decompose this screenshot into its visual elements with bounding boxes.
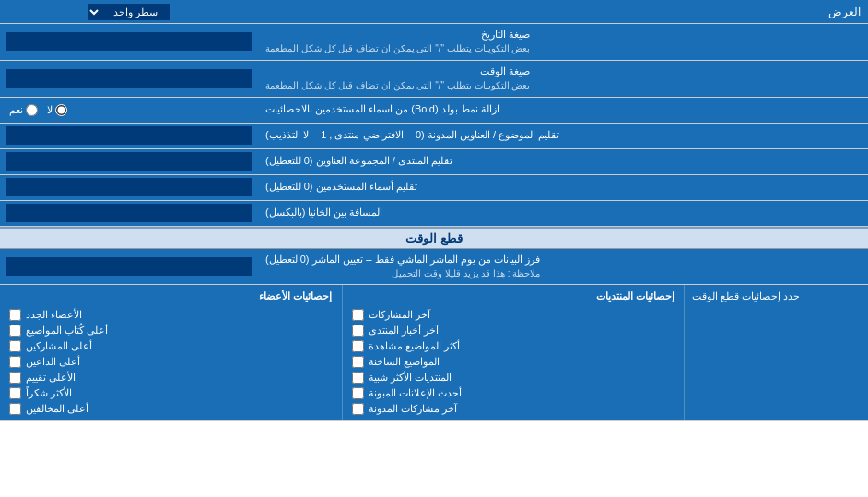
spacing-input-cell: 2 [0,201,258,226]
stats-blog-posts-checkbox[interactable] [352,403,364,415]
stats-top-violators-label: أعلى المخالفين [26,403,88,415]
stats-similar-forums-item: المنتديات الأكثر شبية [352,372,675,384]
stats-forums-header: إحصائيات المنتديات [352,290,675,302]
stats-last-posts-label: آخر المشاركات [369,309,430,321]
stats-latest-ads-checkbox[interactable] [352,387,364,399]
display-label: العرض [258,3,868,21]
cutoff-input[interactable]: 0 [6,257,252,276]
stats-hot-topics-label: المواضيع الساخنة [369,356,440,368]
time-format-input[interactable]: H:i [6,69,252,88]
stats-forum-news-checkbox[interactable] [352,325,364,337]
stats-section: حدد إحصائيات قطع الوقت إحصائيات المنتديا… [0,285,868,421]
stats-hot-topics-checkbox[interactable] [352,356,364,368]
stats-last-posts-item: آخر المشاركات [352,309,675,321]
time-format-input-cell: H:i [0,61,258,97]
stats-top-inviters-item: أعلى الداعين [9,356,333,368]
bold-label: ازالة نمط بولد (Bold) من اسماء المستخدمي… [258,98,868,123]
stats-blog-posts-label: آخر مشاركات المدونة [369,403,457,415]
stats-members-header: إحصائيات الأعضاء [9,290,333,302]
trim-title-row: تقليم الموضوع / العناوين المدونة (0 -- ا… [0,124,868,149]
cutoff-row: فرز البيانات من يوم الماشر الماشي فقط --… [0,249,868,286]
bold-no-radio[interactable] [55,104,67,116]
stats-latest-ads-item: أحدث الإعلانات المبونة [352,387,675,399]
cutoff-section-header: قطع الوقت [0,227,868,249]
trim-title-input[interactable]: 33 [6,126,252,145]
trim-username-input-cell: 0 [0,175,258,200]
stats-last-posts-checkbox[interactable] [352,309,364,321]
date-format-label: صيغة التاريخبعض التكوينات يتطلب "/" التي… [258,24,868,60]
stats-most-thanks-item: الأكثر شكراً [9,387,333,399]
stats-new-members-checkbox[interactable] [9,309,21,321]
stats-members-col: إحصائيات الأعضاء الأعضاء الجدد أعلى كُتا… [0,285,342,420]
trim-username-label: تقليم أسماء المستخدمين (0 للتعطيل) [258,175,868,200]
trim-username-input[interactable]: 0 [6,178,252,196]
date-format-row: صيغة التاريخبعض التكوينات يتطلب "/" التي… [0,24,868,61]
stats-top-posters-item: أعلى كُتاب المواصيع [9,325,333,337]
trim-forum-input-cell: 33 [0,149,258,174]
stats-forum-news-item: آخر أخبار المنتدى [352,325,675,337]
stats-top-inviters-label: أعلى الداعين [26,356,80,368]
cutoff-input-cell: 0 [0,249,258,285]
stats-section-label: حدد إحصائيات قطع الوقت [684,285,868,420]
date-format-input-cell: d-m [0,24,258,60]
stats-most-thanks-checkbox[interactable] [9,387,21,399]
stats-forums-col: إحصائيات المنتديات آخر المشاركات آخر أخب… [342,285,685,420]
spacing-input[interactable]: 2 [6,204,252,222]
time-format-row: صيغة الوقتبعض التكوينات يتطلب "/" التي ي… [0,61,868,98]
trim-title-input-cell: 33 [0,124,258,148]
stats-new-members-item: الأعضاء الجدد [9,309,333,321]
trim-title-label: تقليم الموضوع / العناوين المدونة (0 -- ا… [258,124,868,148]
trim-forum-input[interactable]: 33 [6,152,252,171]
cutoff-section-title: قطع الوقت [0,229,868,248]
stats-top-inviters-checkbox[interactable] [9,356,21,368]
stats-new-members-label: الأعضاء الجدد [26,309,82,321]
display-select[interactable]: سطر واحد سطرين ثلاثة أسطر [88,4,170,20]
stats-latest-ads-label: أحدث الإعلانات المبونة [369,387,462,399]
stats-top-rated-item: الأعلى تقييم [9,372,333,384]
stats-most-viewed-checkbox[interactable] [352,340,364,352]
stats-top-participants-item: أعلى المشاركين [9,340,333,352]
display-select-cell: سطر واحد سطرين ثلاثة أسطر [0,1,258,23]
bold-no-label[interactable]: لا [47,104,67,116]
bold-radio-cell: لا نعم [0,98,258,123]
display-row: العرض سطر واحد سطرين ثلاثة أسطر [0,0,868,24]
stats-top-participants-checkbox[interactable] [9,340,21,352]
cutoff-label: فرز البيانات من يوم الماشر الماشي فقط --… [258,249,868,285]
time-format-label: صيغة الوقتبعض التكوينات يتطلب "/" التي ي… [258,61,868,97]
stats-most-viewed-label: أكثر المواضيع مشاهدة [369,340,460,352]
stats-similar-forums-checkbox[interactable] [352,372,364,384]
date-format-input[interactable]: d-m [6,32,252,51]
stats-top-posters-checkbox[interactable] [9,325,21,337]
stats-similar-forums-label: المنتديات الأكثر شبية [369,372,452,384]
trim-forum-label: تقليم المنتدى / المجموعة العناوين (0 للت… [258,149,868,174]
stats-top-participants-label: أعلى المشاركين [26,340,92,352]
stats-top-posters-label: أعلى كُتاب المواصيع [26,325,108,337]
spacing-label: المسافة بين الخانيا (بالبكسل) [258,201,868,226]
bold-yes-radio[interactable] [26,104,38,116]
bold-yes-label[interactable]: نعم [9,104,38,116]
trim-forum-row: تقليم المنتدى / المجموعة العناوين (0 للت… [0,149,868,175]
stats-most-thanks-label: الأكثر شكراً [26,387,72,399]
stats-top-violators-item: أعلى المخالفين [9,403,333,415]
stats-blog-posts-item: آخر مشاركات المدونة [352,403,675,415]
main-container: العرض سطر واحد سطرين ثلاثة أسطر صيغة الت… [0,0,868,421]
stats-most-viewed-item: أكثر المواضيع مشاهدة [352,340,675,352]
bold-row: ازالة نمط بولد (Bold) من اسماء المستخدمي… [0,98,868,124]
stats-top-rated-label: الأعلى تقييم [26,372,76,384]
stats-top-violators-checkbox[interactable] [9,403,21,415]
spacing-row: المسافة بين الخانيا (بالبكسل) 2 [0,201,868,227]
stats-hot-topics-item: المواضيع الساخنة [352,356,675,368]
stats-forum-news-label: آخر أخبار المنتدى [369,325,439,337]
trim-username-row: تقليم أسماء المستخدمين (0 للتعطيل) 0 [0,175,868,201]
stats-top-rated-checkbox[interactable] [9,372,21,384]
